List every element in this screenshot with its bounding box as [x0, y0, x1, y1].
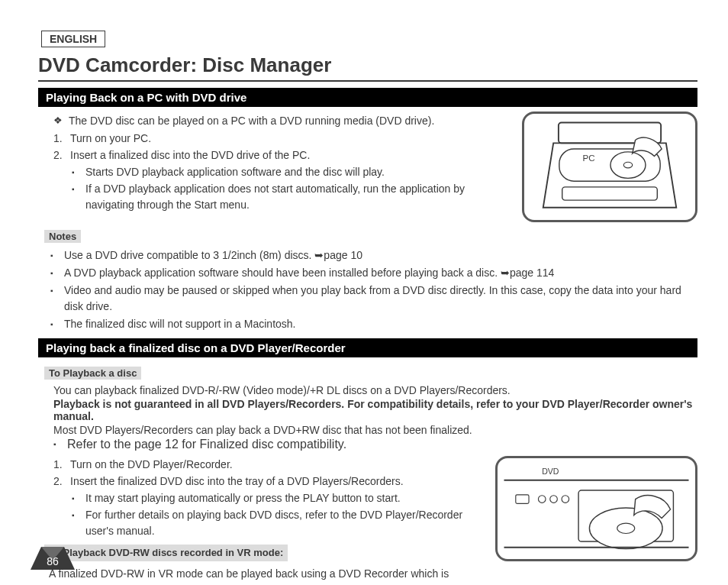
sub-bullet-text: Starts DVD playback application software… — [85, 164, 514, 180]
page-title: DVD Camcorder: Disc Manager — [38, 53, 697, 82]
notes-label: Notes — [44, 230, 81, 243]
svg-point-7 — [538, 496, 546, 503]
step-number: 1. — [53, 131, 70, 147]
paragraph: You can playback finalized DVD-R/-RW (Vi… — [53, 384, 697, 396]
bullet-text: Refer to the page 12 for Finalized disc … — [67, 438, 697, 451]
square-bullet-icon: ▪ — [50, 265, 64, 281]
step-text: Insert a finalized disc into the DVD dri… — [70, 147, 514, 163]
section1-body: ❖ The DVD disc can be played on a PC wit… — [38, 112, 514, 225]
square-bullet-icon: ▪ — [50, 316, 64, 332]
sub-bullet-text: For further details on playing back DVD … — [85, 507, 488, 539]
step-number: 2. — [53, 473, 70, 490]
svg-point-11 — [589, 508, 662, 549]
paragraph-bold: Playback is not guaranteed in all DVD Pl… — [53, 398, 697, 422]
svg-point-3 — [610, 152, 646, 179]
step-number: 2. — [53, 147, 70, 163]
square-bullet-icon: ▪ — [72, 507, 85, 539]
step-text: Turn on the DVD Player/Recorder. — [70, 457, 488, 473]
paragraph: A finalized DVD-RW in VR mode can be pla… — [49, 566, 488, 586]
paragraph: Most DVD Players/Recorders can play back… — [53, 424, 697, 436]
step-text: Insert the finalized DVD disc into the t… — [70, 473, 488, 490]
square-bullet-icon: ▪ — [72, 490, 85, 506]
sub-bullet-text: It may start playing automatically or pr… — [85, 490, 488, 506]
pc-label: PC — [583, 154, 595, 163]
pc-illustration: PC — [522, 112, 697, 225]
intro-text: The DVD disc can be played on a PC with … — [69, 113, 514, 129]
svg-text:86: 86 — [47, 555, 59, 567]
note-text: The finalized disc will not support in a… — [64, 316, 697, 332]
dvd-player-illustration: DVD — [495, 456, 697, 585]
diamond-bullet-icon: ❖ — [53, 113, 69, 129]
sub-bullet-text: If a DVD playback application does not s… — [85, 181, 514, 213]
notes-list: ▪Use a DVD drive compatible to 3 1/2inch… — [38, 247, 697, 332]
svg-rect-1 — [562, 187, 658, 200]
sub-heading-playback-disc: To Playback a disc — [44, 367, 141, 380]
note-text: Video and audio may be paused or skipped… — [64, 283, 697, 315]
section2-body: 1.Turn on the DVD Player/Recorder. 2.Ins… — [38, 456, 488, 585]
sub-heading-vr-mode: To Playback DVD-RW discs recorded in VR … — [44, 545, 288, 561]
step-text: Turn on your PC. — [70, 131, 514, 147]
language-badge: ENGLISH — [41, 31, 105, 47]
dvd-label: DVD — [542, 467, 559, 476]
svg-point-4 — [623, 162, 633, 168]
section2-heading: Playing back a finalized disc on a DVD P… — [38, 338, 697, 357]
step-number: 1. — [53, 457, 70, 473]
note-text: A DVD playback application software shou… — [64, 265, 697, 281]
square-bullet-icon: ▪ — [72, 164, 85, 180]
svg-rect-6 — [516, 495, 529, 503]
square-bullet-icon: ▪ — [53, 438, 67, 451]
section1-heading: Playing Back on a PC with DVD drive — [38, 88, 697, 107]
square-bullet-icon: ▪ — [72, 181, 85, 213]
square-bullet-icon: ▪ — [50, 283, 64, 315]
svg-point-9 — [562, 496, 569, 503]
page-number-badge: 86 — [31, 545, 75, 570]
square-bullet-icon: ▪ — [50, 247, 64, 263]
svg-point-8 — [550, 496, 558, 503]
note-text: Use a DVD drive compatible to 3 1/2inch … — [64, 247, 697, 263]
